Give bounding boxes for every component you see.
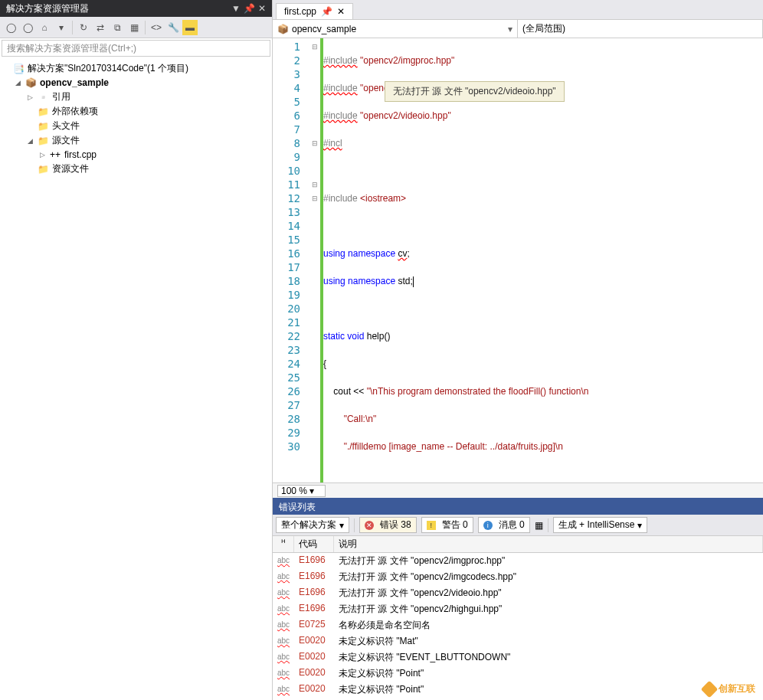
error-row[interactable]: abcE1696无法打开 源 文件 "opencv2/imgproc.hpp" <box>273 553 763 569</box>
error-row[interactable]: abcE0020未定义标识符 "Point" <box>273 666 763 682</box>
error-rows: abcE1696无法打开 源 文件 "opencv2/imgproc.hpp"a… <box>273 553 763 700</box>
nav-scope-label: opencv_sample <box>292 24 356 34</box>
folder-icon: 📁 <box>37 120 49 132</box>
error-tooltip: 无法打开 源 文件 "opencv2/videoio.hpp" <box>385 81 565 102</box>
folder-icon: 📁 <box>37 135 49 147</box>
error-row[interactable]: abcE1696无法打开 源 文件 "opencv2/imgcodecs.hpp… <box>273 569 763 585</box>
copy-icon[interactable]: ⧉ <box>110 20 125 35</box>
nav-function-label: (全局范围) <box>522 22 565 35</box>
nav-function-combo[interactable]: (全局范围) <box>518 20 763 38</box>
error-list-panel: 错误列表 整个解决方案 ▾ ✕错误 38 !警告 0 i消息 0 ▦ 生成 + … <box>273 498 763 700</box>
error-row[interactable]: abcE0020未定义标识符 "EVENT_LBUTTONDOWN" <box>273 649 763 666</box>
chevron-down-icon: ▾ <box>508 24 512 34</box>
zoom-bar: 100 % ▾ <box>273 482 763 498</box>
solution-node[interactable]: 📑解决方案"Sln20170314Code"(1 个项目) <box>0 61 272 76</box>
show-all-icon[interactable]: ▦ <box>126 20 142 35</box>
nav-bar: 📦opencv_sample▾ (全局范围) <box>273 20 763 38</box>
code-icon[interactable]: <> <box>149 20 164 35</box>
filter-icon[interactable]: ▦ <box>535 520 543 531</box>
home-icon[interactable]: ⌂ <box>37 20 52 35</box>
search-input[interactable]: 搜索解决方案资源管理器(Ctrl+;) <box>2 40 270 57</box>
references-node[interactable]: ▷▫️引用 <box>0 90 272 104</box>
col-description[interactable]: 说明 <box>334 536 763 552</box>
error-row[interactable]: abcE0725名称必须是命名空间名 <box>273 617 763 633</box>
resource-files-node[interactable]: 📁资源文件 <box>0 162 272 176</box>
solution-icon: 📑 <box>12 63 25 75</box>
project-icon: 📦 <box>25 77 37 89</box>
nav-scope-combo[interactable]: 📦opencv_sample▾ <box>273 20 518 38</box>
close-icon[interactable]: ✕ <box>337 6 345 17</box>
error-row[interactable]: abcE0020未定义标识符 "Mat" <box>273 633 763 649</box>
chevron-down-icon[interactable]: ▾ <box>54 20 69 35</box>
solution-toolbar: ◯ ◯ ⌂ ▾ ↻ ⇄ ⧉ ▦ <> 🔧 ▬ <box>0 17 272 38</box>
refresh-icon[interactable]: ↻ <box>76 20 91 35</box>
wrench-icon[interactable]: 🔧 <box>165 20 181 35</box>
pin-icon[interactable]: 📌 <box>321 6 332 17</box>
scope-combo[interactable]: 整个解决方案 ▾ <box>276 517 349 533</box>
tab-label: first.cpp <box>284 6 316 17</box>
line-number-gutter: 1234567891011121314151617181920212223242… <box>273 38 309 482</box>
close-icon[interactable]: ✕ <box>258 3 266 14</box>
panel-title: 解决方案资源管理器 <box>6 2 228 15</box>
editor-tab-bar: first.cpp 📌 ✕ <box>273 0 763 20</box>
sync-icon[interactable]: ⇄ <box>93 20 108 35</box>
watermark: 创新互联 <box>703 682 755 695</box>
search-placeholder: 搜索解决方案资源管理器(Ctrl+;) <box>7 42 136 55</box>
error-list-toolbar: 整个解决方案 ▾ ✕错误 38 !警告 0 i消息 0 ▦ 生成 + Intel… <box>273 515 763 536</box>
project-node[interactable]: ◢📦opencv_sample <box>0 76 272 90</box>
tab-first-cpp[interactable]: first.cpp 📌 ✕ <box>276 3 353 19</box>
dropdown-icon[interactable]: ▼ <box>231 3 241 14</box>
source-files-node[interactable]: ◢📁源文件 <box>0 133 272 148</box>
solution-explorer-titlebar: 解决方案资源管理器 ▼ 📌 ✕ <box>0 0 272 17</box>
project-icon: 📦 <box>277 24 289 34</box>
error-columns-header: ᴴ 代码 说明 <box>273 536 763 553</box>
pin-icon[interactable]: 📌 <box>244 3 255 14</box>
col-icon[interactable]: ᴴ <box>273 536 294 552</box>
highlight-icon[interactable]: ▬ <box>182 20 198 35</box>
header-files-node[interactable]: 📁头文件 <box>0 119 272 133</box>
folder-icon: 📁 <box>37 163 49 175</box>
zoom-combo[interactable]: 100 % ▾ <box>277 485 326 497</box>
build-combo[interactable]: 生成 + IntelliSense ▾ <box>553 517 648 533</box>
error-list-title: 错误列表 <box>273 499 763 515</box>
code-editor[interactable]: 1234567891011121314151617181920212223242… <box>273 38 763 482</box>
errors-filter[interactable]: ✕错误 38 <box>359 517 417 533</box>
solution-tree: 📑解决方案"Sln20170314Code"(1 个项目) ◢📦opencv_s… <box>0 58 272 700</box>
external-deps-node[interactable]: 📁外部依赖项 <box>0 104 272 119</box>
messages-filter[interactable]: i消息 0 <box>478 517 530 533</box>
col-code[interactable]: 代码 <box>294 536 334 552</box>
warnings-filter[interactable]: !警告 0 <box>421 517 473 533</box>
error-row[interactable]: abcE1696无法打开 源 文件 "opencv2/videoio.hpp" <box>273 585 763 601</box>
folder-icon: 📁 <box>37 106 49 118</box>
back-icon[interactable]: ◯ <box>3 20 18 35</box>
references-icon: ▫️ <box>37 91 49 103</box>
error-row[interactable]: abcE0020未定义标识符 "Point" <box>273 682 763 698</box>
code-content: #include "opencv2/imgproc.hpp" #include … <box>323 38 763 482</box>
fold-column: ⊟⊟⊟⊟ <box>309 38 320 482</box>
cpp-file-icon: ++ <box>49 149 61 161</box>
error-row[interactable]: abcE1696无法打开 源 文件 "opencv2/highgui.hpp" <box>273 601 763 617</box>
forward-icon[interactable]: ◯ <box>20 20 35 35</box>
editor-area: first.cpp 📌 ✕ 📦opencv_sample▾ (全局范围) 123… <box>273 0 763 700</box>
solution-explorer-panel: 解决方案资源管理器 ▼ 📌 ✕ ◯ ◯ ⌂ ▾ ↻ ⇄ ⧉ ▦ <> 🔧 ▬ 搜… <box>0 0 273 700</box>
first-cpp-node[interactable]: ▷++first.cpp <box>0 148 272 162</box>
